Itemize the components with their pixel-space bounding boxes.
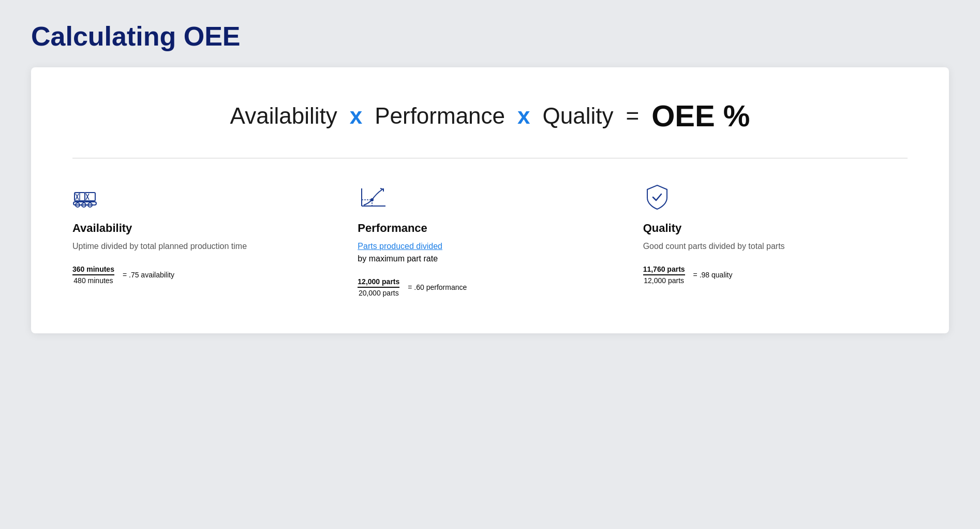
availability-fraction: 360 minutes 480 minutes (72, 265, 114, 285)
performance-numerator: 12,000 parts (358, 277, 399, 286)
formula-term-availability: Availability (230, 103, 337, 129)
formula-equals: = (626, 103, 640, 129)
page-title: Calculating OEE (31, 21, 949, 52)
formula-operator-2: x (517, 103, 530, 129)
availability-description: Uptime divided by total planned producti… (72, 240, 337, 253)
performance-desc-highlighted: Parts produced divided (358, 242, 442, 251)
formula-result: OEE % (651, 98, 750, 133)
performance-denominator: 20,000 parts (359, 289, 399, 297)
quality-description: Good count parts divided by total parts (643, 240, 908, 253)
main-card: Availability x Performance x Quality = O… (31, 67, 949, 333)
quality-title: Quality (643, 222, 908, 235)
availability-calc: 360 minutes 480 minutes = .75 availabili… (72, 265, 337, 285)
metric-quality: Quality Good count parts divided by tota… (643, 183, 908, 297)
quality-fraction: 11,760 parts 12,000 parts (643, 265, 685, 285)
metric-availability: Availability Uptime divided by total pla… (72, 183, 337, 297)
shield-check-icon (643, 183, 676, 211)
availability-denominator: 480 minutes (73, 276, 113, 285)
availability-title: Availability (72, 222, 337, 235)
performance-result: = .60 performance (408, 283, 467, 291)
chart-icon (358, 183, 391, 211)
availability-fraction-line (72, 274, 114, 275)
performance-fraction: 12,000 parts 20,000 parts (358, 277, 399, 297)
section-divider (72, 158, 908, 158)
formula-term-performance: Performance (375, 103, 505, 129)
quality-fraction-line (643, 274, 685, 275)
availability-numerator: 360 minutes (72, 265, 114, 273)
quality-calc: 11,760 parts 12,000 parts = .98 quality (643, 265, 908, 285)
performance-calc: 12,000 parts 20,000 parts = .60 performa… (358, 277, 622, 297)
svg-point-17 (370, 198, 374, 201)
performance-fraction-line (358, 287, 399, 288)
formula-row: Availability x Performance x Quality = O… (72, 98, 908, 133)
formula-operator-1: x (350, 103, 362, 129)
performance-description: Parts produced divided by maximum part r… (358, 240, 622, 265)
availability-result: = .75 availability (123, 271, 174, 279)
performance-desc-rest: by maximum part rate (358, 254, 438, 263)
metric-performance: Performance Parts produced divided by ma… (358, 183, 622, 297)
quality-numerator: 11,760 parts (643, 265, 685, 273)
formula-term-quality: Quality (543, 103, 614, 129)
conveyor-icon (72, 183, 106, 211)
quality-denominator: 12,000 parts (644, 276, 684, 285)
performance-title: Performance (358, 222, 622, 235)
quality-result: = .98 quality (693, 271, 733, 279)
metrics-row: Availability Uptime divided by total pla… (72, 183, 908, 297)
